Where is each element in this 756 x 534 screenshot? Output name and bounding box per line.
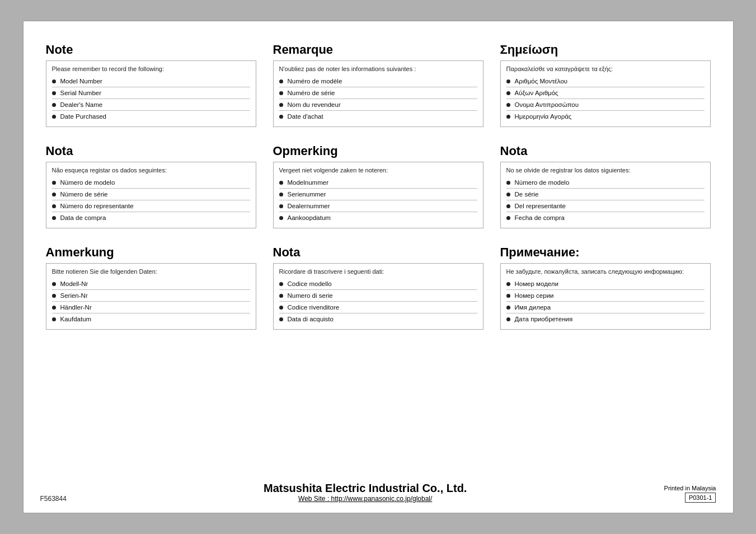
item-list-nota-pt: Número de modeloNúmero de sérieNúmero do… [52, 177, 250, 223]
section-box-anmerkung-de: Bitte notieren Sie die folgenden Daten:M… [46, 263, 256, 330]
list-item: Data de compra [52, 212, 250, 223]
list-item: Número de série [52, 189, 250, 200]
list-item-text: Número de modelo [515, 179, 570, 186]
list-item-text: Дата приобретения [515, 316, 573, 322]
list-item: Номер модели [506, 278, 705, 290]
section-desc-primechanie-ru: Не забудьте, пожалуйста, записать следую… [506, 268, 705, 275]
product-code: P0301-1 [685, 493, 716, 503]
bullet-icon [279, 79, 283, 83]
section-box-note-en: Please remember to record the following:… [46, 60, 256, 127]
bullet-icon [279, 193, 283, 196]
section-title-opmerking-nl: Opmerking [273, 144, 483, 158]
list-item: Ημερομηνία Αγοράς [506, 111, 705, 122]
list-item-text: De série [515, 191, 539, 198]
list-item-text: Ημερομηνία Αγοράς [515, 113, 572, 120]
list-item: Ονομα Αντιπροσώπου [506, 99, 705, 111]
bullet-icon [52, 204, 56, 208]
item-list-anmerkung-de: Modell-NrSerien-NrHändler-NrKaufdatum [52, 278, 250, 325]
section-note-en: NotePlease remember to record the follow… [40, 38, 262, 136]
list-item: Codice modello [279, 278, 477, 290]
bullet-icon [52, 294, 56, 298]
section-box-opmerking-nl: Vergeet niet volgende zaken te noteren:M… [273, 162, 483, 228]
bullet-icon [506, 282, 510, 286]
list-item-text: Número de modelo [60, 179, 115, 186]
list-item-text: Nom du revendeur [288, 101, 341, 108]
item-list-nota-es: Número de modeloDe sérieDel representant… [506, 177, 705, 223]
list-item: Дата приобретения [506, 313, 705, 325]
list-item-text: Numéro de modèle [288, 78, 342, 85]
bullet-icon [506, 193, 510, 196]
list-item: Date d'achat [279, 111, 477, 122]
list-item-text: Codice modello [288, 280, 332, 287]
list-item-text: Data de compra [60, 214, 106, 221]
section-desc-note-gr: Παρακαλείσθε να καταγράψετε τα εξής: [506, 65, 705, 72]
section-title-primechanie-ru: Примечание: [500, 245, 711, 260]
bullet-icon [279, 91, 283, 95]
list-item: Número de modelo [52, 177, 250, 189]
bullet-icon [506, 103, 510, 107]
company-name: Matsushita Electric Industrial Co., Ltd. [264, 482, 467, 495]
section-nota-es: NotaNo se olvide de registrar los datos … [495, 139, 716, 237]
bullet-icon [279, 317, 283, 321]
list-item-text: Numero di serie [288, 292, 333, 299]
list-item-text: Serienummer [288, 191, 326, 198]
list-item: Kaufdatum [52, 313, 250, 325]
list-item-text: Номер модели [515, 280, 559, 287]
list-item: Dealernummer [279, 200, 477, 212]
printed-in: Printed in Malaysia [664, 485, 716, 491]
item-list-note-gr: Αριθμός ΜοντέλουΑύξων ΑριθμόςΟνομα Αντιπ… [506, 76, 705, 122]
section-primechanie-ru: Примечание:Не забудьте, пожалуйста, запи… [495, 241, 716, 339]
bullet-icon [52, 103, 56, 107]
bullet-icon [279, 181, 283, 185]
footer-left: F563844 [40, 495, 67, 503]
list-item: Αριθμός Μοντέλου [506, 76, 705, 87]
footer: F563844 Matsushita Electric Industrial C… [40, 482, 716, 503]
section-box-primechanie-ru: Не забудьте, пожалуйста, записать следую… [500, 263, 711, 330]
section-box-nota-it: Ricordare di trascrivere i seguenti dati… [273, 263, 483, 330]
section-desc-remarque-fr: N'oubliez pas de noter les informations … [279, 65, 477, 72]
website: Web Site : http://www.panasonic.co.jp/gl… [264, 495, 467, 503]
item-list-nota-it: Codice modelloNumero di serieCodice rive… [279, 278, 477, 325]
list-item-text: Número de série [60, 191, 108, 198]
list-item: De série [506, 189, 705, 200]
list-item: Modell-Nr [52, 278, 250, 290]
bullet-icon [506, 204, 510, 208]
list-item: Número do representante [52, 200, 250, 212]
list-item-text: Kaufdatum [60, 316, 92, 322]
list-item-text: Dealernummer [288, 203, 330, 209]
list-item-text: Del representante [515, 203, 566, 209]
list-item: Date Purchased [52, 111, 250, 122]
bullet-icon [52, 181, 56, 185]
section-box-nota-es: No se olvide de registrar los datos sigu… [500, 162, 711, 228]
list-item: Номер серии [506, 290, 705, 302]
section-nota-pt: NotaNão esqueça registar os dados seguin… [40, 139, 262, 237]
section-desc-anmerkung-de: Bitte notieren Sie die folgenden Daten: [52, 268, 250, 275]
bullet-icon [506, 181, 510, 185]
list-item-text: Modell-Nr [60, 280, 88, 287]
section-title-remarque-fr: Remarque [273, 43, 483, 57]
section-title-note-en: Note [46, 43, 256, 57]
bullet-icon [52, 216, 56, 220]
list-item: Dealer's Name [52, 99, 250, 111]
list-item: Fecha de compra [506, 212, 705, 223]
list-item-text: Имя дилера [515, 304, 551, 311]
item-list-note-en: Model NumberSerial NumberDealer's NameDa… [52, 76, 250, 122]
list-item-text: Αύξων Αριθμός [515, 90, 558, 96]
section-box-note-gr: Παρακαλείσθε να καταγράψετε τα εξής:Αριθ… [500, 60, 711, 127]
bullet-icon [506, 294, 510, 298]
footer-right: Printed in Malaysia P0301-1 [664, 485, 716, 503]
list-item-text: Serien-Nr [60, 292, 88, 299]
list-item-text: Händler-Nr [60, 304, 92, 311]
list-item: Codice rivenditore [279, 302, 477, 313]
item-list-opmerking-nl: ModelnummerSerienummerDealernummerAankoo… [279, 177, 477, 223]
list-item: Model Number [52, 76, 250, 87]
bullet-icon [279, 103, 283, 107]
section-note-gr: ΣημείωσηΠαρακαλείσθε να καταγράψετε τα ε… [495, 38, 716, 136]
footer-center: Matsushita Electric Industrial Co., Ltd.… [264, 482, 467, 503]
list-item: Modelnummer [279, 177, 477, 189]
list-item-text: Date d'achat [288, 113, 323, 120]
list-item-text: Model Number [60, 78, 102, 85]
section-title-nota-it: Nota [273, 245, 483, 260]
list-item-text: Codice rivenditore [288, 304, 340, 311]
list-item-text: Dealer's Name [60, 101, 103, 108]
